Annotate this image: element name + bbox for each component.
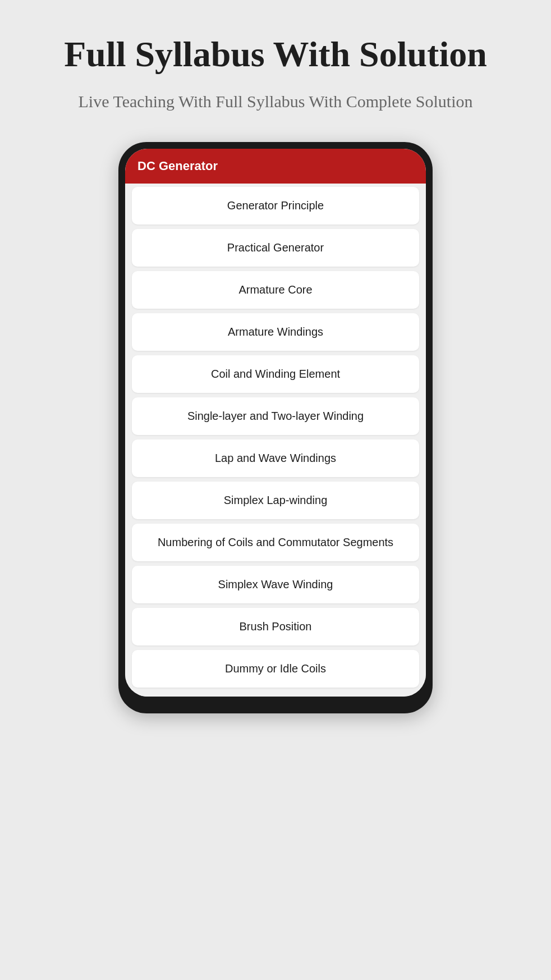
- menu-item-brush-position[interactable]: Brush Position: [132, 608, 419, 645]
- menu-item-coil-and-winding-element[interactable]: Coil and Winding Element: [132, 355, 419, 393]
- menu-item-armature-core[interactable]: Armature Core: [132, 271, 419, 309]
- menu-item-dummy-or-idle-coils[interactable]: Dummy or Idle Coils: [132, 650, 419, 688]
- menu-item-generator-principle[interactable]: Generator Principle: [132, 187, 419, 225]
- main-title: Full Syllabus With Solution: [64, 34, 487, 75]
- menu-item-numbering-coils-commutator[interactable]: Numbering of Coils and Commutator Segmen…: [132, 524, 419, 561]
- menu-item-single-layer-two-layer-winding[interactable]: Single-layer and Two-layer Winding: [132, 397, 419, 435]
- menu-item-simplex-lap-winding[interactable]: Simplex Lap-winding: [132, 482, 419, 519]
- menu-list: Generator PrinciplePractical GeneratorAr…: [125, 184, 426, 697]
- menu-item-simplex-wave-winding[interactable]: Simplex Wave Winding: [132, 566, 419, 603]
- app-title: DC Generator: [137, 159, 218, 173]
- header-section: Full Syllabus With Solution Live Teachin…: [64, 34, 487, 114]
- menu-item-lap-and-wave-windings[interactable]: Lap and Wave Windings: [132, 439, 419, 477]
- phone-header: DC Generator: [125, 149, 426, 184]
- phone-inner: DC Generator Generator PrinciplePractica…: [125, 149, 426, 697]
- menu-item-armature-windings[interactable]: Armature Windings: [132, 313, 419, 351]
- subtitle: Live Teaching With Full Syllabus With Co…: [64, 89, 487, 114]
- menu-item-practical-generator[interactable]: Practical Generator: [132, 229, 419, 267]
- phone-container: DC Generator Generator PrinciplePractica…: [118, 142, 433, 713]
